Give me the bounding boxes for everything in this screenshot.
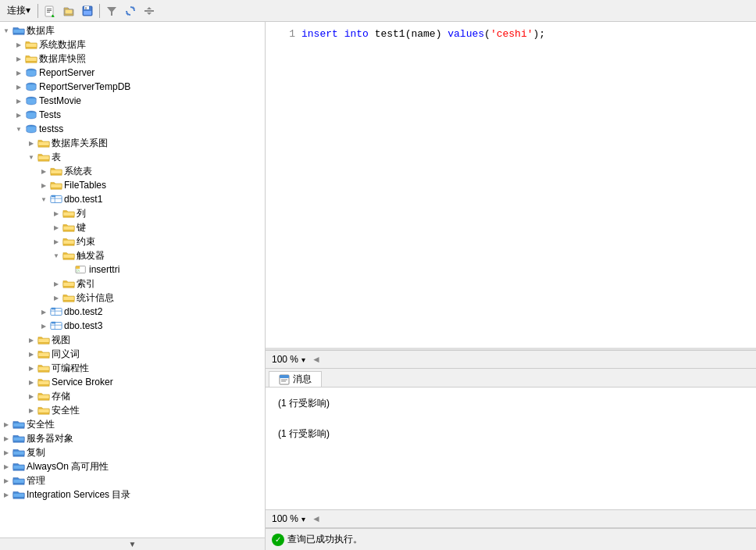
expander-snapshots[interactable]	[12, 52, 25, 65]
expander-service-broker[interactable]	[25, 376, 37, 388]
tree-item-views[interactable]: 视图	[0, 333, 265, 347]
tree-item-inserttri[interactable]: fx inserttri	[0, 262, 265, 277]
tree-item-indexes[interactable]: 索引	[0, 277, 265, 291]
expander-statistics[interactable]	[50, 291, 62, 304]
server-objects-label: 服务器对象	[27, 432, 73, 445]
svg-rect-8	[85, 7, 87, 9]
tree-item-reportserver[interactable]: ReportServer	[0, 66, 265, 80]
tree-item-system-tables[interactable]: 系统表	[0, 164, 265, 178]
management-label: 管理	[27, 474, 45, 488]
expander-tests[interactable]	[12, 109, 25, 121]
expander-management[interactable]	[0, 474, 12, 487]
query-editor[interactable]: 1 insert into test1(name) values('ceshi'…	[266, 22, 756, 350]
tree-item-snapshots[interactable]: 数据库快照	[0, 52, 265, 66]
tree-item-dbo-test2[interactable]: dbo.test2	[0, 305, 265, 319]
tree-item-system-dbs[interactable]: 系统数据库	[0, 38, 265, 52]
tree-item-tests[interactable]: Tests	[0, 108, 265, 122]
tables-label: 表	[52, 151, 61, 164]
main-container: 数据库 系统数据库 数据库快照 ReportServer	[0, 22, 756, 550]
expander-databases[interactable]	[0, 24, 12, 37]
expander-testmovie[interactable]	[12, 95, 25, 107]
code-table: test1(name)	[369, 28, 448, 40]
expander-dbo-test2[interactable]	[37, 305, 50, 318]
folder-db-icon	[12, 25, 25, 36]
expander-indexes[interactable]	[50, 277, 62, 290]
expander-server-objects[interactable]	[0, 432, 12, 445]
expander-triggers[interactable]	[50, 249, 62, 262]
filter-button[interactable]	[103, 2, 120, 20]
db-icon-testss	[25, 123, 37, 134]
expander-keys[interactable]	[50, 221, 62, 234]
svg-rect-33	[63, 226, 74, 230]
tree-item-replication[interactable]: 复制	[0, 445, 265, 459]
expander-columns[interactable]	[50, 207, 62, 220]
tree-item-testss[interactable]: testss	[0, 122, 265, 136]
refresh-button[interactable]	[122, 2, 139, 20]
tree-item-constraints[interactable]: 约束	[0, 234, 265, 248]
tree-item-databases[interactable]: 数据库	[0, 23, 265, 38]
result-text-2: (1 行受影响)	[278, 428, 330, 439]
tree-item-columns[interactable]: 列	[0, 206, 265, 220]
tree-item-filetables[interactable]: FileTables	[0, 178, 265, 192]
svg-marker-5	[65, 9, 73, 14]
expander-dbo-test1[interactable]	[37, 193, 50, 205]
expander-reportserver[interactable]	[12, 66, 25, 79]
expander-replication[interactable]	[0, 446, 12, 459]
folder-icon-programmability	[37, 362, 50, 373]
code-paren1: (	[484, 28, 490, 40]
zoom-arrow-top[interactable]: ▾	[301, 355, 305, 364]
tree-item-storage[interactable]: 存储	[0, 389, 265, 403]
tree-item-db-diagrams[interactable]: 数据库关系图	[0, 136, 265, 150]
expander-alwayson[interactable]	[0, 460, 12, 473]
object-explorer: 数据库 系统数据库 数据库快照 ReportServer	[0, 22, 266, 550]
zoom-arrow-bottom[interactable]: ▾	[301, 515, 305, 523]
save-button[interactable]	[79, 2, 96, 20]
expander-db-security[interactable]	[25, 404, 37, 416]
expander-reportservertempdb[interactable]	[12, 80, 25, 93]
new-query-button[interactable]	[41, 2, 59, 20]
expander-synonyms[interactable]	[25, 348, 37, 360]
tree-item-testmovie[interactable]: TestMovie	[0, 94, 265, 108]
expander-system-tables[interactable]	[37, 165, 50, 177]
expander-server-security[interactable]	[0, 418, 12, 430]
svg-rect-59	[13, 479, 24, 483]
collapse-button[interactable]	[141, 2, 158, 20]
tree-item-db-security[interactable]: 安全性	[0, 403, 265, 417]
tree-item-synonyms[interactable]: 同义词	[0, 347, 265, 361]
tree-item-server-security[interactable]: 安全性	[0, 417, 265, 431]
expander-filetables[interactable]	[37, 179, 50, 191]
expander-storage[interactable]	[25, 390, 37, 402]
tree-item-reportservertempdb[interactable]: ReportServerTempDB	[0, 80, 265, 94]
tree-item-programmability[interactable]: 可编程性	[0, 361, 265, 375]
views-label: 视图	[52, 334, 70, 347]
expander-integration[interactable]	[0, 488, 12, 501]
expander-system-dbs[interactable]	[12, 38, 25, 51]
tree-item-dbo-test1[interactable]: dbo.test1	[0, 192, 265, 206]
tab-messages[interactable]: 消息	[269, 371, 322, 387]
expander-db-diagrams[interactable]	[25, 137, 37, 149]
expander-testss[interactable]	[12, 123, 25, 135]
load-button[interactable]	[60, 2, 77, 20]
expander-constraints[interactable]	[50, 235, 62, 248]
tree-item-service-broker[interactable]: Service Broker	[0, 375, 265, 389]
expander-tables[interactable]	[25, 151, 37, 163]
tree-item-statistics[interactable]: 统计信息	[0, 291, 265, 305]
folder-icon-triggers	[62, 250, 75, 261]
tree-item-management[interactable]: 管理	[0, 473, 265, 488]
tree-item-tables[interactable]: 表	[0, 150, 265, 164]
svg-marker-11	[133, 6, 135, 9]
svg-rect-0	[45, 6, 53, 16]
expander-programmability[interactable]	[25, 362, 37, 374]
tree-item-alwayson[interactable]: AlwaysOn 高可用性	[0, 459, 265, 473]
svg-marker-10	[107, 7, 116, 16]
connect-button[interactable]: 连接▾	[3, 2, 34, 20]
tree-item-dbo-test3[interactable]: dbo.test3	[0, 319, 265, 333]
tree-item-triggers[interactable]: 触发器	[0, 248, 265, 262]
tree-item-integration[interactable]: Integration Services 目录	[0, 488, 265, 502]
expander-views[interactable]	[25, 334, 37, 346]
tree-scroll-down[interactable]: ▼	[0, 538, 265, 550]
tree-item-server-objects[interactable]: 服务器对象	[0, 431, 265, 445]
expander-dbo-test3[interactable]	[37, 320, 50, 332]
tree-item-keys[interactable]: 键	[0, 220, 265, 234]
tree-view[interactable]: 数据库 系统数据库 数据库快照 ReportServer	[0, 22, 265, 538]
